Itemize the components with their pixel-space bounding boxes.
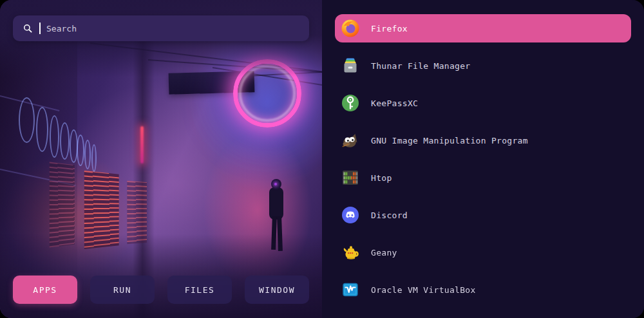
search-bar[interactable] (13, 15, 309, 41)
app-row-geany[interactable]: Geany (335, 238, 631, 267)
neon-hoop (91, 144, 97, 172)
app-label: Discord (371, 210, 408, 220)
geany-icon (340, 242, 361, 263)
neon-hoop (84, 140, 91, 169)
tab-files[interactable]: FILES (167, 276, 232, 304)
app-row-htop[interactable]: Htop (335, 164, 631, 192)
mode-tabs: APPS RUN FILES WINDOW (13, 276, 309, 304)
thunar-icon (340, 55, 361, 76)
app-label: Htop (371, 173, 392, 183)
search-input[interactable] (46, 24, 300, 33)
neon-hoop (36, 107, 48, 152)
neon-hoop (50, 115, 59, 158)
discord-icon (340, 205, 361, 225)
app-label: Oracle VM VirtualBox (371, 285, 476, 295)
app-launcher-window: APPS RUN FILES WINDOW (0, 0, 644, 318)
app-label: Thunar File Manager (371, 61, 470, 71)
app-row-virtualbox[interactable]: Oracle VM VirtualBox (335, 276, 631, 304)
wallpaper-neon-alley (0, 0, 322, 318)
red-neon-lamp (140, 126, 144, 164)
neon-hoop (60, 122, 70, 160)
app-label: GNU Image Manipulation Program (371, 136, 528, 145)
search-icon (22, 23, 33, 34)
tab-run[interactable]: RUN (90, 276, 155, 304)
app-list: Firefox Thunar File Manager (322, 0, 644, 318)
app-row-keepassxc[interactable]: KeePassXC (335, 89, 631, 117)
tab-apps[interactable]: APPS (13, 276, 77, 304)
left-pane: APPS RUN FILES WINDOW (0, 0, 322, 318)
firefox-icon (340, 18, 361, 39)
htop-icon (340, 167, 361, 188)
app-row-gimp[interactable]: GNU Image Manipulation Program (335, 126, 631, 154)
tab-window[interactable]: WINDOW (245, 276, 309, 304)
gimp-icon (340, 130, 361, 151)
app-label: KeePassXC (371, 98, 418, 108)
app-row-discord[interactable]: Discord (335, 201, 631, 229)
app-label: Firefox (371, 24, 408, 33)
text-caret (39, 23, 41, 34)
neon-hoop (77, 135, 84, 166)
keepassxc-icon (340, 93, 361, 113)
app-row-thunar[interactable]: Thunar File Manager (335, 51, 631, 80)
neon-hoop (19, 97, 35, 143)
app-label: Geany (371, 248, 397, 257)
virtualbox-icon (340, 279, 361, 300)
app-row-firefox[interactable]: Firefox (335, 14, 631, 42)
